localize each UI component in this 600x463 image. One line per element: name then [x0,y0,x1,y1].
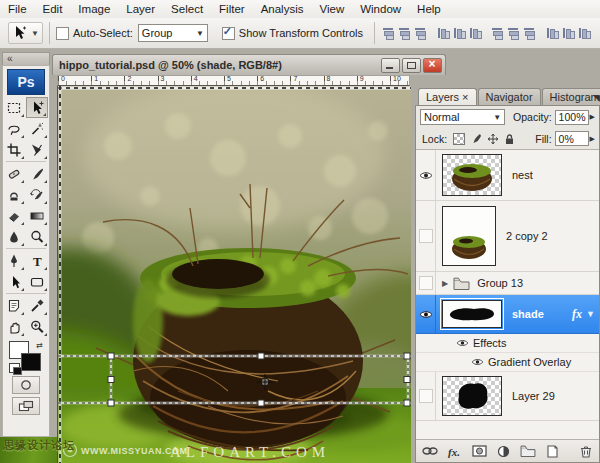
lock-transparency-icon[interactable] [452,132,465,145]
menu-file[interactable]: File [0,0,35,18]
layer-row-nest[interactable]: nest [416,150,599,201]
visibility-toggle[interactable] [416,295,436,333]
type-tool[interactable]: T [26,250,48,271]
layer-row-2-copy-2[interactable]: 2 copy 2 [416,201,599,272]
background-color-swatch[interactable] [21,353,41,371]
new-layer-icon[interactable] [545,444,560,458]
maximize-button[interactable] [402,58,421,73]
link-layers-icon[interactable] [422,444,438,458]
opacity-slider-arrow-icon[interactable]: ▶ [590,113,595,121]
rectangular-marquee-tool[interactable] [3,97,25,118]
tool-preset-picker[interactable]: ▼ [8,22,43,44]
dodge-tool[interactable] [26,226,48,247]
quick-mask-button[interactable] [12,376,40,394]
align-bottom-edges-icon[interactable] [414,27,427,39]
crop-tool[interactable] [3,139,25,160]
layer-row-group-13[interactable]: ▶ Group 13 [416,272,599,295]
shape-tool[interactable] [26,271,48,292]
healing-brush-tool[interactable] [3,163,25,184]
lock-pixels-icon[interactable] [469,132,482,145]
clone-stamp-tool[interactable] [3,184,25,205]
minimize-button[interactable] [381,58,400,73]
hand-tool[interactable] [3,316,25,337]
show-transform-controls-checkbox[interactable] [222,27,235,40]
layer-thumbnail[interactable] [442,376,502,416]
close-button[interactable] [423,58,442,73]
path-selection-tool[interactable] [3,271,25,292]
brush-tool[interactable] [26,163,48,184]
visibility-toggle[interactable] [416,372,436,420]
magic-wand-tool[interactable] [26,118,48,139]
canvas[interactable]: WWW.MISSYUAN.COM ALFOART.COM [57,86,411,463]
layer-row-layer-29[interactable]: Layer 29 [416,372,599,421]
delete-layer-icon[interactable] [578,444,593,458]
swap-colors-icon[interactable]: ⇄ [36,341,43,350]
new-group-icon[interactable] [520,444,536,458]
fill-slider-arrow-icon[interactable]: ▶ [590,135,595,143]
pen-tool[interactable] [3,250,25,271]
layer-thumbnail[interactable] [442,300,502,328]
layer-mask-icon[interactable] [472,444,487,458]
tab-navigator[interactable]: Navigator [478,88,541,105]
menu-edit[interactable]: Edit [35,0,71,18]
group-expand-icon[interactable]: ▶ [442,279,448,288]
document-title-bar[interactable]: hippo_tutorial.psd @ 50% (shade, RGB/8#) [52,54,446,75]
menu-filter[interactable]: Filter [211,0,253,18]
align-top-edges-icon[interactable] [382,27,395,39]
menu-analysis[interactable]: Analysis [253,0,312,18]
visibility-toggle[interactable] [416,201,436,271]
distribute-vertical-centers-icon[interactable] [507,27,520,39]
effects-row[interactable]: Effects [416,334,599,353]
layer-style-icon[interactable]: fx. [447,444,463,458]
move-tool[interactable] [26,97,48,118]
eye-icon[interactable] [471,358,484,366]
align-vertical-centers-icon[interactable] [398,27,411,39]
fx-collapse-icon[interactable]: ▼ [586,309,595,319]
lock-all-icon[interactable] [503,132,516,145]
menu-layer[interactable]: Layer [118,0,163,18]
visibility-toggle[interactable] [416,272,436,294]
distribute-top-edges-icon[interactable] [491,27,504,39]
slice-tool[interactable] [26,139,48,160]
menu-image[interactable]: Image [70,0,118,18]
zoom-tool[interactable] [26,316,48,337]
distribute-left-edges-icon[interactable] [546,27,559,39]
fill-value[interactable]: 0% [555,131,589,146]
gradient-tool[interactable] [26,205,48,226]
layer-thumbnail[interactable] [442,154,502,196]
eraser-tool[interactable] [3,205,25,226]
auto-select-checkbox[interactable] [56,27,69,40]
opacity-value[interactable]: 100% [555,110,589,125]
default-colors-icon[interactable] [9,363,20,373]
menu-view[interactable]: View [311,0,352,18]
screen-mode-button[interactable] [12,397,40,415]
menu-select[interactable]: Select [163,0,211,18]
auto-select-target-dropdown[interactable]: Group ▼ [138,24,208,42]
align-right-edges-icon[interactable] [469,27,482,39]
horizontal-ruler[interactable]: 012345678910 [57,75,410,86]
blend-mode-dropdown[interactable]: Normal ▼ [420,109,505,125]
menu-window[interactable]: Window [352,0,409,18]
blur-tool[interactable] [3,226,25,247]
tab-layers[interactable]: Layers × [418,88,477,105]
distribute-right-edges-icon[interactable] [578,27,591,39]
menu-help[interactable]: Help [409,0,449,18]
eye-icon[interactable] [456,339,469,347]
toolbox-collapse-bar[interactable]: « [2,52,50,65]
align-left-edges-icon[interactable] [437,27,450,39]
gradient-overlay-row[interactable]: Gradient Overlay [416,353,599,372]
distribute-bottom-edges-icon[interactable] [523,27,536,39]
notes-tool[interactable] [3,295,25,316]
visibility-toggle[interactable] [416,150,436,200]
lasso-tool[interactable] [3,118,25,139]
distribute-horizontal-centers-icon[interactable] [562,27,575,39]
panel-menu-icon[interactable]: ◥ [593,93,600,103]
layer-row-shade[interactable]: shade fx ▼ [416,295,599,334]
align-horizontal-centers-icon[interactable] [453,27,466,39]
tab-histogram[interactable]: Histogram [542,88,600,105]
eyedropper-tool[interactable] [26,295,48,316]
history-brush-tool[interactable] [26,184,48,205]
lock-position-icon[interactable] [486,132,499,145]
layer-thumbnail[interactable] [442,206,496,266]
adjustment-layer-icon[interactable] [496,444,511,458]
